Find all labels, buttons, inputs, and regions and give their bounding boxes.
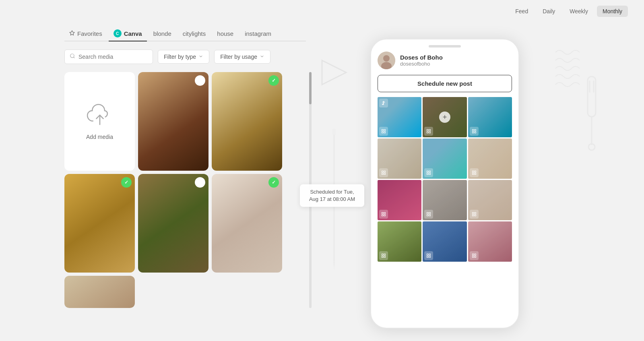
svg-rect-19 bbox=[384, 132, 386, 133]
svg-rect-53 bbox=[384, 254, 386, 256]
tab-instagram[interactable]: instagram bbox=[240, 27, 276, 40]
schedule-new-post-button[interactable]: Schedule new post bbox=[378, 75, 512, 92]
left-panel: Favorites C Canva blonde citylights hous… bbox=[64, 26, 306, 341]
insta-cell-10[interactable] bbox=[378, 221, 421, 262]
tab-blonde[interactable]: blonde bbox=[149, 27, 176, 40]
insta-cell-7[interactable] bbox=[378, 180, 421, 220]
grid-icon-7 bbox=[379, 210, 388, 219]
svg-rect-40 bbox=[382, 213, 384, 214]
svg-rect-26 bbox=[472, 132, 474, 133]
svg-point-14 bbox=[383, 55, 390, 62]
phone-mockup: Doses of Boho dosesofboho Schedule new p… bbox=[370, 39, 519, 329]
tab-house[interactable]: house bbox=[212, 27, 238, 40]
tab-canva[interactable]: C Canva bbox=[109, 26, 147, 41]
insta-cell-5[interactable] bbox=[423, 138, 466, 179]
svg-rect-23 bbox=[429, 132, 431, 133]
nav-monthly[interactable]: Monthly bbox=[597, 6, 628, 17]
tab-favorites[interactable]: Favorites bbox=[64, 27, 107, 40]
search-filters-row: Filter by type Filter by usage bbox=[64, 50, 306, 64]
media-item-woman[interactable] bbox=[212, 174, 282, 273]
filter-usage-label: Filter by usage bbox=[220, 54, 257, 60]
tab-canva-label: Canva bbox=[124, 30, 142, 37]
insta-cell-8[interactable] bbox=[423, 180, 466, 220]
insta-cell-1[interactable] bbox=[378, 97, 421, 137]
selection-circle-gold[interactable] bbox=[121, 177, 132, 188]
tab-citylights-label: citylights bbox=[183, 30, 206, 37]
chevron-down-icon bbox=[198, 54, 203, 60]
grid-icon-4 bbox=[379, 168, 388, 177]
grid-icon-11 bbox=[424, 251, 433, 260]
svg-rect-51 bbox=[475, 215, 476, 216]
svg-rect-35 bbox=[429, 173, 431, 175]
svg-rect-37 bbox=[475, 171, 476, 173]
insta-cell-6[interactable] bbox=[468, 138, 512, 179]
insta-cell-3[interactable] bbox=[468, 97, 512, 137]
svg-rect-46 bbox=[427, 215, 429, 216]
profile-row: Doses of Boho dosesofboho bbox=[378, 52, 512, 69]
insta-overlay-2: + bbox=[423, 97, 466, 137]
selection-circle-woman[interactable] bbox=[268, 177, 279, 188]
insta-overlay-4 bbox=[378, 138, 421, 179]
search-input[interactable] bbox=[78, 54, 148, 60]
insta-overlay-12 bbox=[468, 221, 512, 262]
tab-blonde-label: blonde bbox=[153, 30, 171, 37]
media-item-bottom[interactable] bbox=[64, 276, 135, 308]
filter-by-usage-button[interactable]: Filter by usage bbox=[214, 50, 270, 64]
nav-daily[interactable]: Daily bbox=[537, 6, 561, 17]
grid-icon-12 bbox=[470, 251, 479, 260]
tab-house-label: house bbox=[217, 30, 233, 37]
media-item-salad[interactable] bbox=[138, 174, 208, 273]
top-navigation: Feed Daily Weekly Monthly bbox=[0, 0, 644, 23]
svg-rect-44 bbox=[427, 213, 429, 214]
svg-rect-60 bbox=[472, 254, 474, 256]
add-media-cell[interactable]: Add media bbox=[64, 72, 135, 171]
profile-info: Doses of Boho dosesofboho bbox=[400, 54, 443, 67]
insta-overlay-9 bbox=[468, 180, 512, 220]
tooltip-text: Scheduled for Tue, Aug 17 at 08:00 AM bbox=[309, 189, 355, 202]
scroll-thumb[interactable] bbox=[309, 72, 312, 104]
svg-point-1 bbox=[70, 54, 74, 58]
search-box[interactable] bbox=[64, 50, 153, 64]
insta-overlay-5 bbox=[423, 138, 466, 179]
grid-icon-9 bbox=[470, 210, 479, 219]
insta-overlay-3 bbox=[468, 97, 512, 137]
selection-circle-salad[interactable] bbox=[195, 177, 205, 188]
right-panel: Scheduled for Tue, Aug 17 at 08:00 AM bbox=[318, 26, 572, 341]
avatar bbox=[378, 52, 395, 69]
svg-rect-38 bbox=[472, 173, 474, 175]
selection-circle-donut[interactable] bbox=[195, 75, 205, 86]
grid-icon-8 bbox=[424, 210, 433, 219]
add-media-label: Add media bbox=[86, 134, 113, 140]
svg-rect-29 bbox=[384, 171, 386, 173]
svg-rect-32 bbox=[427, 171, 429, 173]
tab-citylights[interactable]: citylights bbox=[178, 27, 211, 40]
svg-rect-49 bbox=[475, 213, 476, 214]
insta-cell-4[interactable] bbox=[378, 138, 421, 179]
insta-cell-11[interactable] bbox=[423, 221, 466, 262]
nav-feed[interactable]: Feed bbox=[510, 6, 534, 17]
svg-rect-43 bbox=[384, 215, 386, 216]
svg-rect-25 bbox=[475, 130, 476, 131]
svg-rect-39 bbox=[475, 173, 476, 175]
nav-weekly[interactable]: Weekly bbox=[564, 6, 594, 17]
grid-icon-3 bbox=[470, 127, 479, 136]
grid-icon-10 bbox=[379, 251, 388, 260]
svg-rect-52 bbox=[382, 254, 384, 256]
svg-rect-42 bbox=[382, 215, 384, 216]
insta-cell-12[interactable] bbox=[468, 221, 512, 262]
svg-rect-47 bbox=[429, 215, 431, 216]
filter-by-type-button[interactable]: Filter by type bbox=[158, 50, 209, 64]
add-post-icon: + bbox=[439, 112, 450, 123]
insta-cell-9[interactable] bbox=[468, 180, 512, 220]
svg-rect-48 bbox=[472, 213, 474, 214]
selection-circle-pizza[interactable] bbox=[268, 75, 279, 86]
tab-instagram-label: instagram bbox=[245, 30, 271, 37]
cloud-upload-icon bbox=[86, 103, 114, 129]
media-item-pizza[interactable] bbox=[212, 72, 282, 171]
media-item-gold-fabric[interactable] bbox=[64, 174, 135, 273]
media-item-donut[interactable] bbox=[138, 72, 208, 171]
svg-rect-34 bbox=[427, 173, 429, 175]
tab-favorites-label: Favorites bbox=[77, 30, 102, 37]
insta-cell-2[interactable]: + bbox=[423, 97, 466, 137]
svg-rect-58 bbox=[427, 256, 429, 258]
